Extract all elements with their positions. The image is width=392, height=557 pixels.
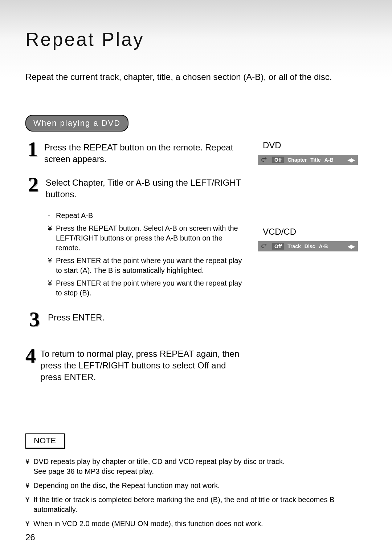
bullet-yen: ¥ bbox=[48, 223, 56, 233]
osd-option-track: Track bbox=[287, 243, 301, 249]
intro-text: Repeat the current track, chapter, title… bbox=[25, 72, 367, 82]
repeat-loop-icon bbox=[260, 157, 269, 162]
manual-page: Repeat Play Repeat the current track, ch… bbox=[0, 0, 392, 557]
step-number: 1 bbox=[25, 139, 40, 160]
step-number: 4 bbox=[25, 345, 36, 366]
list-item-text: Press ENTER at the point where you want … bbox=[56, 256, 245, 275]
osd-option-off: Off bbox=[272, 157, 284, 163]
left-right-arrows-icon: ◀▶ bbox=[348, 243, 354, 249]
content-columns: 1 Press the REPEAT button on the remote.… bbox=[25, 140, 367, 393]
list-item-text: Repeat A-B bbox=[56, 211, 93, 221]
list-item-text: Press ENTER at the point where you want … bbox=[56, 278, 245, 298]
list-item: ¥ Press ENTER at the point where you wan… bbox=[48, 278, 245, 298]
osd-label-dvd: DVD bbox=[258, 140, 367, 150]
section-pill-when-playing-dvd: When playing a DVD bbox=[25, 115, 128, 132]
step-text: Press ENTER. bbox=[48, 310, 105, 323]
list-item-text: Press the REPEAT button. Select A-B on s… bbox=[56, 223, 245, 253]
bullet-yen: ¥ bbox=[25, 495, 33, 505]
step-3: 3 Press ENTER. bbox=[25, 310, 245, 330]
note-line: DVD repeats play by chapter or title, CD… bbox=[33, 457, 285, 465]
step-text: Select Chapter, Title or A-B using the L… bbox=[46, 175, 245, 201]
note-header: NOTE bbox=[25, 433, 65, 449]
list-item: - Repeat A-B bbox=[48, 211, 245, 221]
osd-option-disc: Disc bbox=[305, 243, 315, 249]
osd-option-title: Title bbox=[310, 157, 321, 163]
list-item: ¥ If the title or track is completed bef… bbox=[25, 495, 367, 514]
bullet-yen: ¥ bbox=[25, 457, 33, 467]
step-4: 4 To return to normal play, press REPEAT… bbox=[25, 347, 245, 383]
list-item: ¥ DVD repeats play by chapter or title, … bbox=[25, 457, 367, 476]
note-line: See page 36 to MP3 disc repeat play. bbox=[33, 467, 154, 475]
bullet-yen: ¥ bbox=[48, 256, 56, 266]
notes-list: ¥ DVD repeats play by chapter or title, … bbox=[25, 457, 367, 529]
step-number: 2 bbox=[25, 174, 41, 195]
osd-option-off: Off bbox=[272, 243, 284, 250]
list-item: ¥ When in VCD 2.0 mode (MENU ON mode), t… bbox=[25, 519, 367, 529]
steps-column: 1 Press the REPEAT button on the remote.… bbox=[25, 140, 245, 393]
page-number: 26 bbox=[25, 532, 35, 542]
step-1: 1 Press the REPEAT button on the remote.… bbox=[25, 140, 245, 165]
osd-bar-dvd: Off Chapter Title A-B ◀▶ bbox=[258, 155, 358, 165]
list-item: ¥ Depending on the disc, the Repeat func… bbox=[25, 481, 367, 491]
osd-column: DVD Off Chapter Title A-B ◀▶ VCD/CD bbox=[258, 140, 367, 313]
osd-option-chapter: Chapter bbox=[287, 157, 307, 163]
osd-vcd-block: VCD/CD Off Track Disc A-B ◀▶ bbox=[258, 227, 367, 251]
step-text: Press the REPEAT button on the remote. R… bbox=[44, 140, 245, 165]
osd-bar-vcd: Off Track Disc A-B ◀▶ bbox=[258, 241, 358, 251]
step-2: 2 Select Chapter, Title or A-B using the… bbox=[25, 175, 245, 201]
step-text: To return to normal play, press REPEAT a… bbox=[40, 347, 245, 383]
page-title: Repeat Play bbox=[25, 28, 367, 50]
osd-dvd-block: DVD Off Chapter Title A-B ◀▶ bbox=[258, 140, 367, 165]
list-item: ¥ Press ENTER at the point where you wan… bbox=[48, 256, 245, 275]
bullet-dash: - bbox=[48, 211, 56, 221]
left-right-arrows-icon: ◀▶ bbox=[348, 157, 354, 163]
list-item-text: When in VCD 2.0 mode (MENU ON mode), thi… bbox=[33, 519, 263, 529]
list-item-text: DVD repeats play by chapter or title, CD… bbox=[33, 457, 285, 476]
repeat-ab-sublist: - Repeat A-B ¥ Press the REPEAT button. … bbox=[48, 211, 245, 298]
list-item-text: If the title or track is completed befor… bbox=[33, 495, 367, 514]
osd-option-ab: A-B bbox=[324, 157, 334, 163]
list-item-text: Depending on the disc, the Repeat functi… bbox=[33, 481, 220, 491]
list-item: ¥ Press the REPEAT button. Select A-B on… bbox=[48, 223, 245, 253]
bullet-yen: ¥ bbox=[25, 481, 33, 491]
bullet-yen: ¥ bbox=[25, 519, 33, 529]
repeat-loop-icon bbox=[260, 244, 269, 249]
osd-label-vcd: VCD/CD bbox=[258, 227, 367, 237]
bullet-yen: ¥ bbox=[48, 278, 56, 288]
osd-option-ab: A-B bbox=[319, 243, 328, 249]
step-number: 3 bbox=[25, 309, 44, 330]
